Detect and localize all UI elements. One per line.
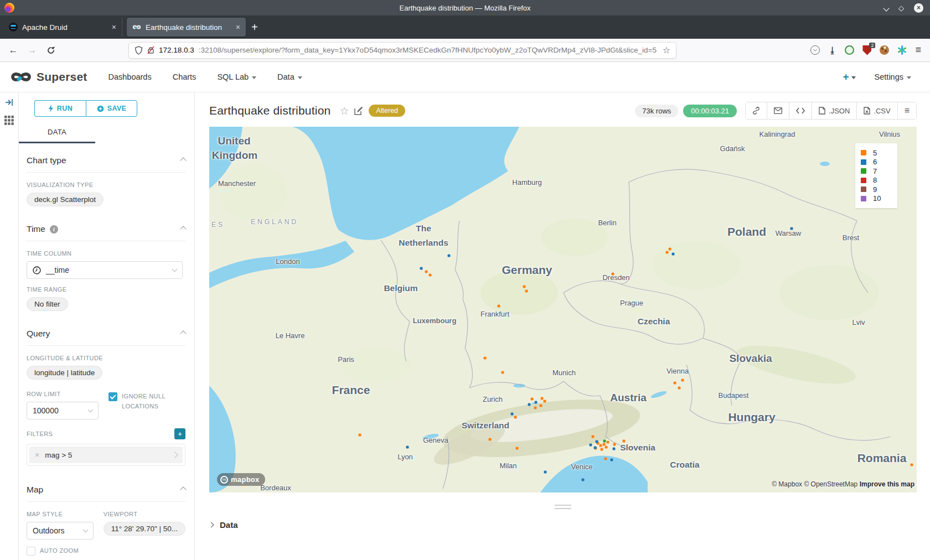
filter-pill[interactable]: × mag > 5 xyxy=(29,447,183,463)
scatter-point xyxy=(666,251,669,254)
dataset-grid-icon[interactable] xyxy=(4,116,14,125)
section-query-header[interactable]: Query xyxy=(27,329,185,346)
tab-apache-druid[interactable]: Apache Druid × xyxy=(3,18,122,37)
window-title: Earthquake distribution — Mozilla Firefo… xyxy=(0,4,930,12)
add-filter-button[interactable]: + xyxy=(174,428,185,439)
map-attribution: © Mapbox © OpenStreetMap Improve this ma… xyxy=(772,480,914,488)
mapbox-attribution-link[interactable]: © Mapbox xyxy=(772,480,802,488)
map-label: Zurich xyxy=(483,395,503,403)
copy-link-button[interactable] xyxy=(746,102,767,119)
caret-down-icon xyxy=(252,76,256,79)
cookie-extension-icon[interactable] xyxy=(880,45,889,55)
adblock-extension-icon[interactable]: 2 xyxy=(862,45,871,55)
privacy-extension-icon[interactable] xyxy=(845,45,854,55)
window-minimize-icon[interactable] xyxy=(884,3,888,13)
legend-label: 10 xyxy=(873,194,881,203)
browser-menu-icon[interactable]: ≡ xyxy=(915,44,921,56)
new-item-button[interactable]: + xyxy=(843,71,855,83)
chevron-up-icon xyxy=(180,330,186,336)
legend-row: 10 xyxy=(861,194,892,204)
run-button[interactable]: RUN xyxy=(34,100,86,117)
auto-zoom-checkbox[interactable] xyxy=(27,547,35,556)
nav-dashboards[interactable]: Dashboards xyxy=(108,72,151,81)
tab-earthquake-distribution[interactable]: Earthquake distribution × xyxy=(127,18,246,37)
map-label: Slovenia xyxy=(620,443,655,453)
export-json-button[interactable]: .JSON xyxy=(812,102,857,119)
reload-button[interactable] xyxy=(43,43,59,58)
map-label: Austria xyxy=(610,392,646,404)
new-tab-button[interactable]: + xyxy=(251,21,258,34)
map-label: Vienna xyxy=(666,367,689,375)
scatter-point xyxy=(613,448,616,450)
scatter-point xyxy=(516,447,519,450)
time-range-pill[interactable]: No filter xyxy=(27,297,68,311)
window-close-icon[interactable]: × xyxy=(914,3,923,13)
lonlat-pill[interactable]: longitude | latitude xyxy=(27,366,102,380)
query-duration-badge: 00:00:03.21 xyxy=(683,105,737,117)
settings-menu[interactable]: Settings xyxy=(875,72,911,81)
edit-pencil-icon[interactable] xyxy=(354,106,363,115)
extension-asterisk-icon[interactable] xyxy=(897,45,907,55)
legend-label: 9 xyxy=(873,185,877,194)
time-column-select[interactable]: __time xyxy=(27,261,183,279)
scatter-point xyxy=(911,464,913,466)
expand-panel-icon[interactable] xyxy=(5,98,14,107)
tab-close-icon[interactable]: × xyxy=(236,23,240,32)
save-button[interactable]: SAVE xyxy=(86,100,137,117)
improve-map-link[interactable]: Improve this map xyxy=(860,480,914,488)
map-label: Le Havre xyxy=(276,331,305,340)
map-label: Belgium xyxy=(384,283,417,293)
tracking-shield-icon[interactable] xyxy=(135,46,143,55)
row-limit-select[interactable]: 100000 xyxy=(27,402,99,419)
nav-data[interactable]: Data xyxy=(277,72,302,81)
viz-type-pill[interactable]: deck.gl Scatterplot xyxy=(27,193,104,206)
altered-badge[interactable]: Altered xyxy=(369,105,405,117)
export-csv-button[interactable]: .CSV xyxy=(857,102,897,119)
row-limit-label: ROW LIMIT xyxy=(27,391,99,397)
chevron-right-icon xyxy=(209,522,214,528)
basemap xyxy=(209,127,917,492)
mapbox-icon: m xyxy=(220,476,228,484)
superset-brand[interactable]: Superset xyxy=(10,70,87,84)
scatter-point xyxy=(502,371,504,374)
insecure-lock-icon[interactable] xyxy=(147,46,154,54)
scatter-point xyxy=(528,403,531,406)
section-time-header[interactable]: Timei xyxy=(27,224,185,241)
section-chart-type-header[interactable]: Chart type xyxy=(27,155,185,173)
email-button[interactable] xyxy=(767,102,789,119)
nav-sql-lab[interactable]: SQL Lab xyxy=(217,72,256,81)
viewport-pill[interactable]: 11° 28' 29.70" | 50... xyxy=(104,522,185,536)
scatter-point xyxy=(406,446,409,449)
chart-container: Earthquake distribution ☆ Altered 73k ro… xyxy=(195,92,930,560)
chart-menu-button[interactable]: ≡ xyxy=(898,102,916,119)
map-label: Geneva xyxy=(423,436,448,444)
mapbox-logo[interactable]: m mapbox xyxy=(217,473,265,486)
map-style-select[interactable]: Outdoors xyxy=(27,522,94,540)
downloads-icon[interactable]: ⭳ xyxy=(828,45,836,55)
window-maximize-icon[interactable]: ◇ xyxy=(898,4,904,12)
deckgl-map[interactable]: UnitedKingdomManchesterENGLANDESLondonTh… xyxy=(209,127,917,492)
ignore-null-checkbox[interactable] xyxy=(108,392,117,401)
scatter-point xyxy=(359,434,361,437)
nav-charts[interactable]: Charts xyxy=(173,72,197,81)
tab-close-icon[interactable]: × xyxy=(112,23,116,32)
url-field[interactable]: 172.18.0.3:32108/superset/explore/?form_… xyxy=(128,42,676,59)
section-map-header[interactable]: Map xyxy=(27,485,185,502)
osm-attribution-link[interactable]: © OpenStreetMap xyxy=(804,480,857,488)
map-label: Warsaw xyxy=(776,229,801,237)
embed-code-button[interactable] xyxy=(789,102,812,119)
scatter-point xyxy=(612,273,614,276)
favorite-star-icon[interactable]: ☆ xyxy=(339,105,349,117)
remove-filter-icon[interactable]: × xyxy=(35,450,39,459)
scatter-point xyxy=(672,253,675,256)
pocket-icon[interactable] xyxy=(810,45,820,55)
back-button[interactable]: ← xyxy=(6,43,21,58)
scatter-point xyxy=(448,255,451,257)
panel-resize-handle[interactable] xyxy=(555,505,571,511)
bookmark-star-icon[interactable]: ☆ xyxy=(663,45,670,55)
map-label: United xyxy=(218,135,250,147)
data-results-panel[interactable]: Data xyxy=(209,520,917,530)
scatter-point xyxy=(525,290,528,293)
forward-button[interactable]: → xyxy=(24,43,40,58)
tab-data[interactable]: DATA xyxy=(19,127,95,143)
